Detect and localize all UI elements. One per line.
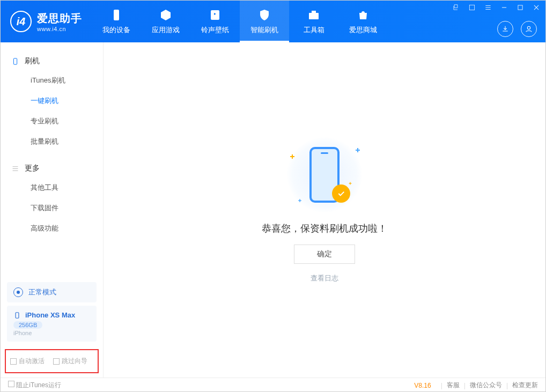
sidebar-list-flash: iTunes刷机 一键刷机 专业刷机 批量刷机	[1, 70, 103, 152]
brand-name: 爱思助手	[37, 11, 82, 26]
checkbox-label: 跳过向导	[62, 357, 87, 366]
ok-button[interactable]: 确定	[294, 245, 355, 264]
checkbox-label: 自动激活	[19, 357, 45, 366]
nav-label: 工具箱	[304, 25, 324, 35]
checkbox-skip-wizard[interactable]: 跳过向导	[53, 357, 87, 366]
close-button[interactable]	[530, 3, 542, 12]
highlighted-options-box: 自动激活 跳过向导	[5, 349, 99, 373]
user-icon[interactable]	[521, 21, 537, 37]
svg-rect-7	[13, 58, 17, 64]
device-mode-label: 正常模式	[28, 287, 56, 297]
checkbox-block-itunes[interactable]: 阻止iTunes运行	[8, 381, 61, 390]
checkbox-icon	[10, 358, 17, 365]
svg-rect-0	[114, 10, 119, 20]
success-illustration	[287, 137, 362, 212]
sidebar-item-download-firmware[interactable]: 下载固件	[1, 198, 103, 218]
top-nav: 我的设备 应用游戏 铃声壁纸 智能刷机 工具箱 爱思商城	[92, 1, 388, 42]
app-logo-icon: i4	[10, 11, 32, 32]
device-info-card[interactable]: iPhone XS Max 256GB iPhone	[7, 306, 97, 342]
sidebar-item-other-tools[interactable]: 其他工具	[1, 177, 103, 198]
version-label: V8.16	[414, 382, 431, 389]
svg-rect-8	[16, 312, 19, 318]
checkbox-auto-activate[interactable]: 自动激活	[10, 357, 45, 366]
nav-label: 智能刷机	[250, 25, 278, 35]
sidebar: 刷机 iTunes刷机 一键刷机 专业刷机 批量刷机 更多 其他工具 下载固件 …	[1, 42, 104, 378]
logo-text: 爱思助手 www.i4.cn	[37, 11, 82, 32]
skin-icon[interactable]	[466, 3, 478, 12]
nav-label: 我的设备	[102, 25, 130, 35]
phone-icon	[11, 57, 19, 65]
list-icon	[11, 165, 19, 173]
cube-icon	[159, 8, 173, 22]
title-bar: i4 爱思助手 www.i4.cn 我的设备 应用游戏 铃声壁纸 智能刷机 工具…	[1, 1, 545, 42]
toolbox-icon	[307, 8, 321, 22]
success-message: 恭喜您，保资料刷机成功啦！	[262, 222, 387, 235]
checkbox-icon	[8, 381, 14, 387]
nav-label: 爱思商城	[349, 25, 377, 35]
music-icon	[208, 8, 222, 22]
brand-url: www.i4.cn	[37, 26, 82, 32]
svg-rect-2	[309, 13, 319, 19]
success-check-icon	[332, 184, 350, 203]
nav-ringtone-wallpaper[interactable]: 铃声壁纸	[190, 1, 240, 42]
sidebar-item-oneclick-flash[interactable]: 一键刷机	[1, 91, 103, 111]
link-wechat[interactable]: 微信公众号	[470, 381, 502, 390]
sidebar-group-label: 刷机	[25, 56, 40, 66]
svg-rect-4	[469, 5, 474, 10]
nav-apps-games[interactable]: 应用游戏	[141, 1, 190, 42]
status-bar: 阻止iTunes运行 V8.16 | 客服 | 微信公众号 | 检查更新	[1, 378, 545, 392]
nav-store[interactable]: 爱思商城	[338, 1, 388, 42]
mode-indicator-icon	[13, 287, 23, 297]
device-name: iPhone XS Max	[25, 311, 75, 319]
nav-label: 应用游戏	[152, 25, 180, 35]
device-mode-card[interactable]: 正常模式	[7, 282, 97, 302]
top-right-actions	[497, 21, 537, 37]
sidebar-item-itunes-flash[interactable]: iTunes刷机	[1, 70, 103, 91]
nav-smart-flash[interactable]: 智能刷机	[240, 1, 289, 42]
sidebar-item-advanced[interactable]: 高级功能	[1, 218, 103, 239]
bag-icon	[356, 8, 370, 22]
maximize-button[interactable]	[514, 3, 526, 12]
sidebar-group-flash: 刷机	[1, 52, 103, 70]
checkbox-icon	[53, 358, 60, 365]
link-check-update[interactable]: 检查更新	[512, 381, 538, 390]
sidebar-group-more: 更多	[1, 159, 103, 177]
sidebar-item-batch-flash[interactable]: 批量刷机	[1, 131, 103, 152]
nav-my-device[interactable]: 我的设备	[92, 1, 141, 42]
device-type: iPhone	[13, 330, 90, 336]
minimize-button[interactable]	[498, 3, 510, 12]
download-icon[interactable]	[497, 21, 513, 37]
sidebar-item-pro-flash[interactable]: 专业刷机	[1, 111, 103, 131]
logo-area: i4 爱思助手 www.i4.cn	[1, 1, 92, 42]
nav-label: 铃声壁纸	[201, 25, 229, 35]
view-log-link[interactable]: 查看日志	[311, 273, 338, 283]
sidebar-group-label: 更多	[25, 164, 40, 173]
menu-icon[interactable]	[482, 3, 494, 12]
svg-rect-1	[211, 10, 219, 20]
shield-icon	[257, 8, 271, 22]
device-icon	[109, 8, 123, 22]
link-customer-service[interactable]: 客服	[447, 381, 460, 390]
svg-point-6	[527, 26, 530, 29]
svg-rect-5	[518, 5, 522, 10]
window-controls	[450, 3, 542, 12]
main-content: 恭喜您，保资料刷机成功啦！ 确定 查看日志	[104, 42, 545, 378]
nav-toolbox[interactable]: 工具箱	[289, 1, 338, 42]
device-storage: 256GB	[13, 321, 42, 329]
svg-rect-3	[312, 11, 316, 13]
checkbox-label: 阻止iTunes运行	[16, 381, 61, 389]
feedback-icon[interactable]	[450, 3, 462, 12]
sidebar-list-more: 其他工具 下载固件 高级功能	[1, 177, 103, 239]
phone-icon	[13, 312, 21, 319]
